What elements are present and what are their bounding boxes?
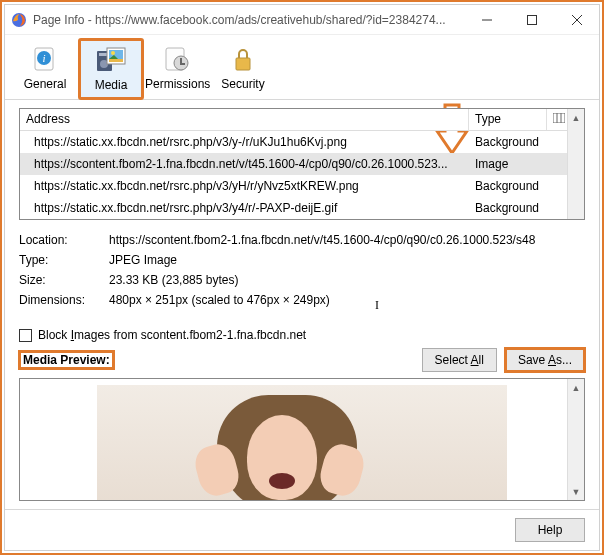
svg-point-13 [111,51,115,55]
svg-rect-18 [180,63,185,65]
tab-media[interactable]: Media [79,39,143,99]
table-row[interactable]: https://static.xx.fbcdn.net/rsrc.php/v3/… [20,131,567,153]
select-all-button[interactable]: Select All [422,348,497,372]
scroll-down-icon[interactable]: ▼ [568,483,584,500]
firefox-icon [11,12,27,28]
media-preview-pane[interactable]: ▲ ▼ [19,378,585,501]
type-label: Type: [19,253,109,267]
save-as-button[interactable]: Save As... [505,348,585,372]
cell-type: Background [469,201,547,215]
tab-toolbar: i General Media [5,35,599,100]
window-title: Page Info - https://www.facebook.com/ads… [33,13,464,27]
general-icon: i [13,43,77,75]
scroll-up-icon[interactable]: ▲ [568,379,584,396]
tab-permissions[interactable]: Permissions [145,39,209,99]
type-value: JPEG Image [109,253,585,267]
location-value: https://scontent.fbom2-1.fna.fbcdn.net/v… [109,233,585,247]
cell-address: https://static.xx.fbcdn.net/rsrc.php/v3/… [20,179,469,193]
block-images-label[interactable]: Block Images from scontent.fbom2-1.fna.f… [38,328,306,342]
media-table[interactable]: Address Type https://static.xx.fbcdn.net… [19,108,585,220]
svg-rect-14 [109,59,123,62]
preview-scrollbar[interactable]: ▲ ▼ [567,379,584,500]
col-header-type[interactable]: Type [469,109,547,130]
help-button[interactable]: Help [515,518,585,542]
cell-address: https://static.xx.fbcdn.net/rsrc.php/v3/… [20,135,469,149]
col-header-address[interactable]: Address [20,109,469,130]
media-icon [80,44,142,76]
size-label: Size: [19,273,109,287]
permissions-icon [145,43,209,75]
svg-text:i: i [42,52,45,64]
titlebar[interactable]: Page Info - https://www.facebook.com/ads… [5,5,599,35]
tab-security[interactable]: Security [211,39,275,99]
preview-image [97,385,507,501]
dialog-footer: Help [5,509,599,550]
cell-type: Background [469,135,547,149]
cell-address: https://scontent.fbom2-1.fna.fbcdn.net/v… [20,157,469,171]
minimize-button[interactable] [464,5,509,35]
table-scrollbar[interactable]: ▲ [567,109,584,219]
cell-type: Image [469,157,547,171]
svg-rect-19 [236,58,250,70]
svg-rect-17 [180,58,182,63]
size-value: 23.33 KB (23,885 bytes) [109,273,585,287]
cell-address: https://static.xx.fbcdn.net/rsrc.php/v3/… [20,201,469,215]
table-row[interactable]: https://scontent.fbom2-1.fna.fbcdn.net/v… [20,153,567,175]
dimensions-label: Dimensions: [19,293,109,307]
location-label: Location: [19,233,109,247]
tab-general[interactable]: i General [13,39,77,99]
media-details: Location:https://scontent.fbom2-1.fna.fb… [19,230,585,310]
column-picker-icon[interactable] [547,109,567,130]
table-row[interactable]: https://static.xx.fbcdn.net/rsrc.php/v3/… [20,197,567,219]
svg-rect-2 [527,15,536,24]
block-images-checkbox[interactable] [19,329,32,342]
scroll-up-icon[interactable]: ▲ [568,109,584,126]
dimensions-value: 480px × 251px (scaled to 476px × 249px) [109,293,585,307]
media-preview-label: Media Preview: [19,351,114,369]
page-info-window: I Page Info - https://www.facebook.com/a… [4,4,600,551]
security-lock-icon [211,43,275,75]
close-button[interactable] [554,5,599,35]
svg-rect-20 [553,113,565,123]
table-row[interactable]: https://static.xx.fbcdn.net/rsrc.php/v3/… [20,175,567,197]
maximize-button[interactable] [509,5,554,35]
cell-type: Background [469,179,547,193]
